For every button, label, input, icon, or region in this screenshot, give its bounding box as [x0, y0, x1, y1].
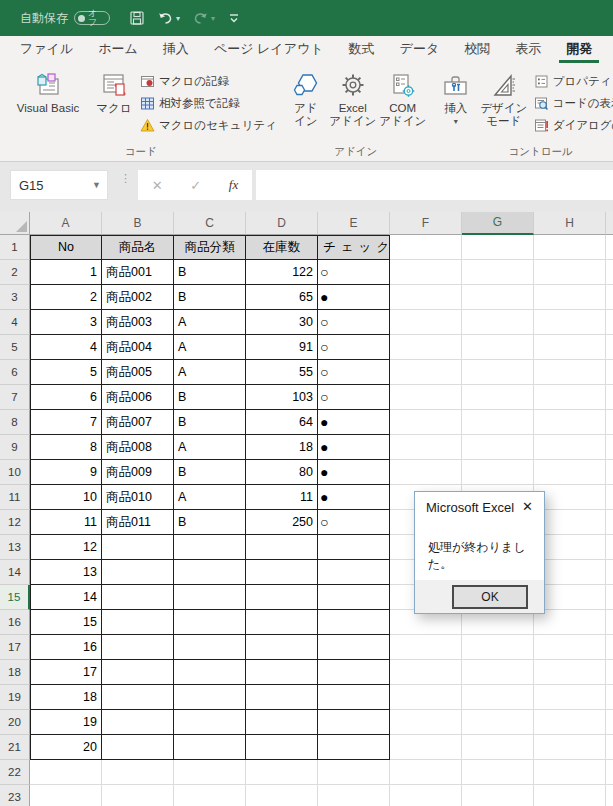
cell-D17[interactable] — [246, 635, 318, 660]
cell-E11[interactable]: ● — [318, 485, 390, 510]
row-header-8[interactable]: 8 — [0, 410, 30, 435]
cell-C20[interactable] — [174, 710, 246, 735]
cell-D13[interactable] — [246, 535, 318, 560]
row-header-10[interactable]: 10 — [0, 460, 30, 485]
row-header-22[interactable]: 22 — [0, 760, 30, 785]
cell-H7[interactable] — [534, 385, 606, 410]
cell-B15[interactable] — [102, 585, 174, 610]
cell-D15[interactable] — [246, 585, 318, 610]
enter-icon[interactable]: ✓ — [190, 178, 201, 193]
cell-E9[interactable]: ● — [318, 435, 390, 460]
cell-H18[interactable] — [534, 660, 606, 685]
cell-G18[interactable] — [462, 660, 534, 685]
cell-D16[interactable] — [246, 610, 318, 635]
cell-A15[interactable]: 14 — [30, 585, 102, 610]
cell-H2[interactable] — [534, 260, 606, 285]
cell-B2[interactable]: 商品001 — [102, 260, 174, 285]
cell-C3[interactable]: B — [174, 285, 246, 310]
cell-D3[interactable]: 65 — [246, 285, 318, 310]
cell-H20[interactable] — [534, 710, 606, 735]
formula-input[interactable] — [256, 170, 613, 200]
column-header-E[interactable]: E — [318, 212, 390, 235]
cell-E23[interactable] — [318, 785, 390, 806]
cell-G6[interactable] — [462, 360, 534, 385]
autosave-toggle[interactable]: 自動保存 オフ — [20, 10, 110, 27]
row-header-13[interactable]: 13 — [0, 535, 30, 560]
cell-A17[interactable]: 16 — [30, 635, 102, 660]
cell-H22[interactable] — [534, 760, 606, 785]
cell-E3[interactable]: ● — [318, 285, 390, 310]
cell-C7[interactable]: B — [174, 385, 246, 410]
cell-E18[interactable] — [318, 660, 390, 685]
cell-E13[interactable] — [318, 535, 390, 560]
cell-A8[interactable]: 7 — [30, 410, 102, 435]
row-header-23[interactable]: 23 — [0, 785, 30, 806]
cell-E14[interactable] — [318, 560, 390, 585]
row-header-18[interactable]: 18 — [0, 660, 30, 685]
cell-C8[interactable]: B — [174, 410, 246, 435]
cell-C22[interactable] — [174, 760, 246, 785]
cell-A2[interactable]: 1 — [30, 260, 102, 285]
cell-C1[interactable]: 商品分類 — [174, 235, 246, 260]
cell-F18[interactable] — [390, 660, 462, 685]
cell-E17[interactable] — [318, 635, 390, 660]
cell-H9[interactable] — [534, 435, 606, 460]
cell-E12[interactable]: ○ — [318, 510, 390, 535]
cell-B8[interactable]: 商品007 — [102, 410, 174, 435]
cell-A10[interactable]: 9 — [30, 460, 102, 485]
row-header-5[interactable]: 5 — [0, 335, 30, 360]
cell-B3[interactable]: 商品002 — [102, 285, 174, 310]
cell-C2[interactable]: B — [174, 260, 246, 285]
cell-D4[interactable]: 30 — [246, 310, 318, 335]
cell-A22[interactable] — [30, 760, 102, 785]
cell-G22[interactable] — [462, 760, 534, 785]
cell-E4[interactable]: ○ — [318, 310, 390, 335]
cell-E22[interactable] — [318, 760, 390, 785]
cell-E6[interactable]: ○ — [318, 360, 390, 385]
cell-F21[interactable] — [390, 735, 462, 760]
customize-qat-button[interactable] — [227, 10, 241, 26]
properties-button[interactable]: プロパティ — [534, 70, 613, 92]
column-header-A[interactable]: A — [30, 212, 102, 235]
column-header-G[interactable]: G — [462, 212, 534, 235]
cell-D8[interactable]: 64 — [246, 410, 318, 435]
cell-C4[interactable]: A — [174, 310, 246, 335]
cell-G17[interactable] — [462, 635, 534, 660]
cell-A9[interactable]: 8 — [30, 435, 102, 460]
cell-G1[interactable] — [462, 235, 534, 260]
cell-E21[interactable] — [318, 735, 390, 760]
tab-ファイル[interactable]: ファイル — [13, 36, 80, 63]
cell-H10[interactable] — [534, 460, 606, 485]
cell-G3[interactable] — [462, 285, 534, 310]
row-header-9[interactable]: 9 — [0, 435, 30, 460]
cell-E16[interactable] — [318, 610, 390, 635]
tab-ホーム[interactable]: ホーム — [91, 36, 145, 63]
cell-C9[interactable]: A — [174, 435, 246, 460]
column-header-C[interactable]: C — [174, 212, 246, 235]
cell-D7[interactable]: 103 — [246, 385, 318, 410]
cell-F20[interactable] — [390, 710, 462, 735]
cell-G2[interactable] — [462, 260, 534, 285]
column-header-F[interactable]: F — [390, 212, 462, 235]
tab-開発[interactable]: 開発 — [559, 36, 599, 63]
cell-H21[interactable] — [534, 735, 606, 760]
cell-C13[interactable] — [174, 535, 246, 560]
cell-B23[interactable] — [102, 785, 174, 806]
cell-B6[interactable]: 商品005 — [102, 360, 174, 385]
cell-G7[interactable] — [462, 385, 534, 410]
excel-addins-button[interactable]: Excel アドイン — [327, 66, 379, 144]
cell-A21[interactable]: 20 — [30, 735, 102, 760]
cell-D6[interactable]: 55 — [246, 360, 318, 385]
row-header-12[interactable]: 12 — [0, 510, 30, 535]
cell-D5[interactable]: 91 — [246, 335, 318, 360]
cell-B1[interactable]: 商品名 — [102, 235, 174, 260]
cell-C17[interactable] — [174, 635, 246, 660]
row-header-11[interactable]: 11 — [0, 485, 30, 510]
cell-B20[interactable] — [102, 710, 174, 735]
cell-F10[interactable] — [390, 460, 462, 485]
cell-D21[interactable] — [246, 735, 318, 760]
com-addins-button[interactable]: COM アドイン — [379, 66, 427, 144]
cell-A16[interactable]: 15 — [30, 610, 102, 635]
design-mode-button[interactable]: デザイン モード — [477, 66, 531, 144]
cell-E15[interactable] — [318, 585, 390, 610]
